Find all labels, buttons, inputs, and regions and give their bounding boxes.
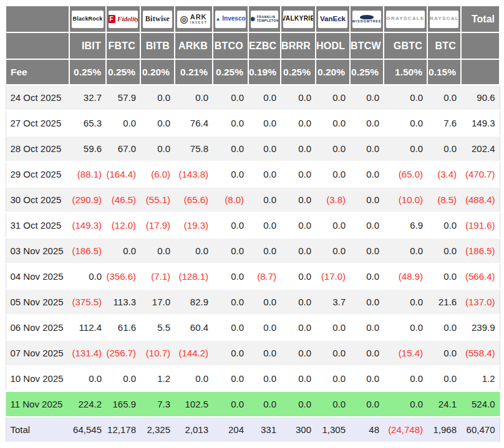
cell-fbtc: (46.5) [106,187,140,212]
cell-gbtc: 0.0 [384,289,427,315]
cell-btco: 0.0 [213,264,248,289]
flow-row-24-oct-2025: 24 Oct 202532.757.90.00.00.00.00.00.00.0… [6,85,500,110]
cell-arkb: (143.8) [175,161,213,187]
cell-bitb: (6.0) [140,161,175,187]
cell-brrr: 0.0 [281,366,316,391]
cell-bitb: 17.0 [140,289,175,315]
grayscale-btc-logo: GRAYSCALE [430,11,458,28]
cell-ezbc: 0.0 [248,110,281,136]
cell-btcw: 0.0 [350,187,384,212]
cell-total: 149.3 [461,110,500,136]
cell-fbtc: 67.0 [106,136,140,161]
cell-brrr: 0.0 [281,212,316,238]
date-cell: 04 Nov 2025 [6,264,69,289]
cell-btcw: 0.0 [350,85,384,110]
fee-bitb: 0.20% [140,59,175,85]
flow-row-05-nov-2025: 05 Nov 2025(375.5)113.317.082.90.00.00.0… [6,289,500,315]
flow-row-29-oct-2025: 29 Oct 2025(88.1)(164.4)(6.0)(143.8)0.00… [6,161,500,187]
fee-row-label: Fee [6,59,69,85]
bitwise-logo: Bitwise [143,11,172,28]
bitwise-name-text: Bitwise [145,15,170,23]
cell-btc: 0.0 [427,212,461,238]
cell-bitb: 0.0 [140,136,175,161]
cell-bitb: 5.5 [140,315,175,340]
cell-bitb: 0.0 [140,85,175,110]
cell-ibit: (149.3) [69,212,106,238]
cell-total: 1.2 [461,366,500,391]
cell-arkb: 60.4 [175,315,213,340]
cell-gbtc: 0.0 [384,366,427,391]
cell-arkb: 102.5 [175,391,213,417]
cell-hodl: 0.0 [316,238,350,264]
total-cell-btc: 1,968 [427,417,461,442]
cell-hodl: (17.0) [316,264,350,289]
cell-btcw: 0.0 [350,289,384,315]
logo-cell-wisdomtree: WISDOMTREE [350,6,384,32]
cell-total: 524.0 [461,391,500,417]
date-cell: 03 Nov 2025 [6,238,69,264]
cell-gbtc: 0.0 [384,238,427,264]
grayscale-name-text: GRAYSCALE [386,16,424,21]
date-cell: 06 Nov 2025 [6,315,69,340]
cell-gbtc: (10.0) [384,187,427,212]
cell-btc: 0.0 [427,264,461,289]
cell-fbtc: 0.0 [106,366,140,391]
ticker-row: IBITFBTCBITBARKBBTCOEZBCBRRRHODLBTCWGBTC… [6,32,500,59]
cell-btc: 7.6 [427,110,461,136]
flow-row-03-nov-2025: 03 Nov 2025(186.5)0.00.00.00.00.00.00.00… [6,238,500,264]
cell-ibit: (290.9) [69,187,106,212]
wisdomtree-name-text: WISDOMTREE [352,20,381,24]
cell-hodl: 0.0 [316,85,350,110]
ark-invest-wordmark: ARKINVEST [190,14,208,24]
cell-fbtc: (164.4) [106,161,140,187]
cell-bitb: (17.9) [140,212,175,238]
logo-cell-fidelity: FFidelity [106,6,140,32]
cell-ibit: (88.1) [69,161,106,187]
vaneck-wordmark: VanEck [320,15,346,22]
total-cell-btco: 204 [213,417,248,442]
grayscale-btc-name-text: GRAYSCALE [430,16,458,21]
invesco-logo: ▲Invesco [215,11,246,28]
fee-ibit: 0.25% [69,59,106,85]
total-cell-ezbc: 331 [248,417,281,442]
cell-ezbc: (8.7) [248,264,281,289]
date-cell: 27 Oct 2025 [6,110,69,136]
cell-btco: (8.0) [213,187,248,212]
ark-invest-icon: ◎ [180,14,188,24]
cell-ibit: 0.0 [69,264,106,289]
cell-btc: 0.0 [427,136,461,161]
franklin-templeton-wordmark: FRANKLINTEMPLETON [257,16,278,22]
valkyrie-wordmark: VALKYRIE [283,16,313,22]
cell-hodl: 0.0 [316,315,350,340]
cell-btc: 21.6 [427,289,461,315]
cell-ibit: 65.3 [69,110,106,136]
date-cell: 31 Oct 2025 [6,212,69,238]
date-cell: 10 Nov 2025 [6,366,69,391]
provider-logo-row: BlackRockFFidelityBitwise◎ARKINVEST▲Inve… [6,6,500,32]
cell-gbtc: 0.0 [384,85,427,110]
cell-hodl: 3.7 [316,289,350,315]
cell-ezbc: 0.0 [248,187,281,212]
fidelity-icon: F [109,15,115,23]
date-cell: 05 Nov 2025 [6,289,69,315]
cell-fbtc: 0.0 [106,238,140,264]
logo-cell-vaneck: VanEck [316,6,350,32]
cell-total: 239.9 [461,315,500,340]
ticker-row-corner [6,32,69,59]
cell-brrr: 0.0 [281,136,316,161]
cell-ezbc: 0.0 [248,85,281,110]
cell-btcw: 0.0 [350,391,384,417]
invesco-icon: ▲ [215,17,220,22]
ticker-row-total-blank [461,32,500,59]
cell-hodl: (3.8) [316,187,350,212]
cell-ezbc: 0.0 [248,391,281,417]
flow-row-11-nov-2025: 11 Nov 2025224.2165.97.3102.50.00.00.00.… [6,391,500,417]
cell-btcw: 0.0 [350,366,384,391]
logo-cell-valkyrie: VALKYRIE [281,6,316,32]
cell-arkb: 0.0 [175,238,213,264]
total-cell-gbtc: (24,748) [384,417,427,442]
cell-fbtc: 113.3 [106,289,140,315]
cell-gbtc: (15.4) [384,340,427,366]
date-cell: 30 Oct 2025 [6,187,69,212]
date-cell: 29 Oct 2025 [6,161,69,187]
